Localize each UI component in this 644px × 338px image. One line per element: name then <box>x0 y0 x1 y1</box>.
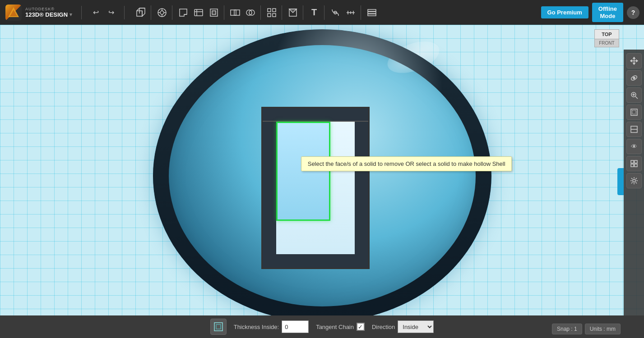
offline-mode-button[interactable]: Offline Mode <box>592 3 623 22</box>
autodesk-logo-icon <box>5 5 22 21</box>
combine-group <box>225 5 261 20</box>
svg-marker-25 <box>289 9 297 13</box>
view-mode-button[interactable] <box>626 122 642 137</box>
redo-button[interactable]: ↪ <box>104 6 118 19</box>
svg-rect-17 <box>234 10 240 15</box>
logo-area: AUTODESK® 123D® DESIGN ▾ <box>0 5 78 21</box>
go-premium-button[interactable]: Go Premium <box>541 6 588 18</box>
grid-view-button[interactable] <box>626 156 642 171</box>
brand-name: AUTODESK® <box>25 7 72 11</box>
snap-tool-icon[interactable] <box>286 5 300 20</box>
direction-field-group: Direction Inside Outside Both <box>372 320 434 333</box>
combine-tool-1[interactable] <box>228 5 242 20</box>
svg-rect-52 <box>631 164 634 167</box>
snap-indicator[interactable]: Snap : 1 <box>552 324 582 334</box>
box-tool-icon[interactable] <box>134 5 148 20</box>
units-indicator[interactable]: Units : mm <box>585 324 621 334</box>
sketch-group <box>152 5 172 20</box>
svg-rect-47 <box>632 110 636 114</box>
zoom-button[interactable] <box>626 87 642 103</box>
header-toolbar: AUTODESK® 123D® DESIGN ▾ ↩ ↪ <box>0 0 644 25</box>
help-button[interactable]: ? <box>627 6 639 19</box>
text-group: T <box>304 5 324 20</box>
settings-button[interactable] <box>626 173 642 188</box>
undo-button[interactable]: ↩ <box>89 6 102 19</box>
view-cube-front[interactable]: FRONT <box>594 39 619 47</box>
modify-tool-1[interactable] <box>176 5 190 20</box>
undo-redo-group: ↩ ↪ <box>85 6 121 19</box>
direction-select[interactable]: Inside Outside Both <box>398 320 434 333</box>
shell-tool-icon <box>210 319 227 335</box>
eye-button[interactable]: 👁 <box>626 139 642 154</box>
svg-rect-33 <box>368 14 376 16</box>
svg-rect-51 <box>635 160 637 163</box>
svg-marker-36 <box>633 57 635 59</box>
pattern-tool-icon[interactable] <box>264 5 279 20</box>
svg-line-43 <box>635 96 638 99</box>
box-top-face <box>263 108 368 122</box>
svg-rect-20 <box>268 9 271 12</box>
primitives-group <box>131 5 151 20</box>
logo-text: AUTODESK® 123D® DESIGN ▾ <box>25 7 72 18</box>
tangent-chain-checkbox[interactable]: ✓ <box>357 323 365 331</box>
measure-group <box>325 5 361 20</box>
sketch-tool-icon[interactable] <box>155 5 169 20</box>
pattern-group <box>262 5 282 20</box>
snap-units-bar: Snap : 1 Units : mm <box>552 324 621 334</box>
layers-tool-icon[interactable] <box>365 5 379 20</box>
svg-rect-56 <box>216 324 221 329</box>
pan-button[interactable] <box>626 53 642 69</box>
orbit-button[interactable] <box>626 70 642 86</box>
ruler-tool-icon[interactable] <box>343 5 358 20</box>
combine-tool-2[interactable] <box>243 5 258 20</box>
view-cube[interactable]: TOP FRONT <box>594 29 619 47</box>
svg-rect-16 <box>231 10 236 15</box>
svg-rect-50 <box>631 160 634 163</box>
toolbar-divider <box>81 6 82 19</box>
box-left-face <box>263 122 276 254</box>
layers-group <box>362 5 382 20</box>
svg-rect-23 <box>273 14 276 17</box>
measure-tool-icon[interactable] <box>328 5 343 20</box>
svg-rect-21 <box>273 9 276 12</box>
svg-marker-39 <box>636 60 638 62</box>
bottom-toolbar: Thickness Inside: Tangent Chain ✓ Direct… <box>0 315 644 338</box>
view-cube-top[interactable]: TOP <box>594 29 619 39</box>
svg-rect-31 <box>368 9 376 11</box>
svg-marker-37 <box>633 63 635 64</box>
svg-point-6 <box>160 11 164 14</box>
text-tool-icon[interactable]: T <box>307 5 321 20</box>
svg-rect-15 <box>212 11 216 14</box>
svg-rect-55 <box>214 323 222 331</box>
tangent-chain-label: Tangent Chain <box>316 324 354 330</box>
snap-group <box>283 5 303 20</box>
right-panel: 👁 <box>624 50 644 338</box>
divider-2 <box>124 6 125 19</box>
3d-object <box>248 84 383 287</box>
thickness-label: Thickness Inside: <box>234 324 279 330</box>
tangent-chain-group: Tangent Chain ✓ <box>316 323 365 331</box>
logo-dropdown-chevron[interactable]: ▾ <box>69 12 72 18</box>
svg-rect-22 <box>268 14 271 17</box>
svg-point-41 <box>633 77 635 79</box>
thickness-input[interactable] <box>282 320 309 333</box>
modify-group <box>173 5 224 20</box>
main-toolbar: T <box>127 5 541 20</box>
box-bottom-face <box>263 254 368 268</box>
svg-rect-32 <box>368 12 376 14</box>
direction-label: Direction <box>372 324 395 330</box>
svg-rect-53 <box>635 164 637 167</box>
svg-point-54 <box>633 179 635 182</box>
box-right-face <box>355 122 368 254</box>
modify-tool-2[interactable] <box>191 5 206 20</box>
svg-marker-38 <box>630 60 632 62</box>
header-right: Go Premium Offline Mode ? <box>541 3 644 22</box>
thickness-field-group: Thickness Inside: <box>234 320 309 333</box>
side-panel-tab[interactable] <box>617 168 624 195</box>
svg-rect-46 <box>631 109 637 115</box>
outer-box <box>261 107 370 269</box>
viewport[interactable]: Select the face/s of a solid to remove O… <box>0 25 644 338</box>
product-name: 123D® DESIGN ▾ <box>25 11 72 18</box>
fit-button[interactable] <box>626 105 642 120</box>
modify-tool-3[interactable] <box>207 5 221 20</box>
